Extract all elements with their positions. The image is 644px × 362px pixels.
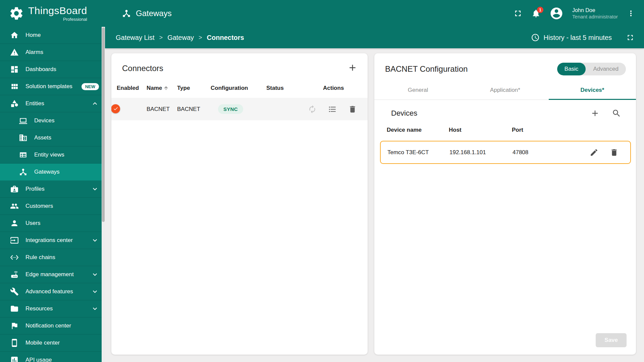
user-avatar[interactable] (549, 6, 564, 20)
history-timewindow-button[interactable]: History - last 5 minutes (531, 33, 612, 42)
user-role: Tenant administrator (572, 14, 618, 20)
sidebar-item-api-usage[interactable]: API usage (0, 352, 105, 362)
sidebar-item-profiles[interactable]: Profiles (0, 181, 105, 198)
delete-device-button[interactable] (610, 148, 619, 157)
sidebar-scrollbar-track[interactable] (102, 27, 105, 362)
tab-devices[interactable]: Devices* (549, 81, 636, 100)
sidebar-item-label: Profiles (25, 186, 45, 192)
device-host-value: 192.168.1.101 (449, 149, 513, 156)
chevron-down-icon (91, 185, 99, 193)
resources-icon (10, 304, 19, 313)
add-device-button[interactable] (590, 109, 600, 118)
sidebar-item-entity-views[interactable]: Entity views (0, 146, 105, 164)
notifications-button[interactable]: 1 (531, 9, 541, 18)
connector-name: BACNET (147, 106, 177, 113)
assets-icon (19, 133, 28, 142)
breadcrumb-gateway-list[interactable]: Gateway List (116, 34, 155, 42)
sidebar-item-resources[interactable]: Resources (0, 300, 105, 317)
sidebar-item-customers[interactable]: Customers (0, 198, 105, 215)
plus-icon (590, 109, 600, 118)
sidebar-item-edge-management[interactable]: Edge management (0, 266, 105, 283)
devices-icon (19, 116, 28, 125)
chevron-down-icon (91, 236, 99, 244)
sidebar-item-devices[interactable]: Devices (0, 112, 105, 129)
connector-logs-button[interactable] (328, 105, 337, 114)
notification-count-badge: 1 (537, 7, 543, 13)
sidebar-item-label: Advanced features (25, 288, 73, 295)
column-port: Port (512, 127, 636, 133)
sidebar-item-dashboards[interactable]: Dashboards (0, 61, 105, 78)
sidebar-item-label: Devices (34, 117, 54, 124)
connector-rpc-button[interactable] (308, 105, 317, 114)
chevron-down-icon (91, 270, 99, 279)
sidebar-item-alarms[interactable]: Alarms (0, 44, 105, 61)
sort-arrow-up-icon (163, 85, 169, 91)
tab-application[interactable]: Application* (462, 81, 549, 100)
page-title-label: Gateways (136, 9, 172, 18)
sidebar-item-integrations-center[interactable]: Integrations center (0, 232, 105, 249)
brand-name: ThingsBoard (28, 5, 87, 16)
trash-icon (348, 105, 357, 114)
column-name-sort[interactable]: Name (147, 85, 177, 92)
connector-delete-button[interactable] (348, 105, 357, 114)
column-type: Type (177, 85, 211, 92)
connectors-table-header: Enabled Name Type Configuration Status A… (111, 78, 368, 98)
sidebar-item-label: Resources (25, 305, 53, 312)
sidebar-item-label: Gateways (34, 169, 60, 175)
search-device-button[interactable] (612, 109, 621, 118)
column-status: Status (266, 85, 323, 92)
sidebar-item-advanced-features[interactable]: Advanced features (0, 283, 105, 300)
api-usage-icon (10, 356, 19, 362)
sidebar-item-assets[interactable]: Assets (0, 129, 105, 146)
sidebar-scrollbar-thumb[interactable] (102, 27, 105, 222)
expand-fullscreen-button[interactable] (626, 33, 635, 42)
breadcrumb-gateway[interactable]: Gateway (167, 34, 194, 42)
profiles-icon (10, 185, 19, 193)
sidebar-item-rule-chains[interactable]: Rule chains (0, 249, 105, 266)
sidebar-item-home[interactable]: Home (0, 27, 105, 44)
bacnet-config-title: BACNET Configuration (385, 64, 468, 74)
sidebar-item-solution-templates[interactable]: Solution templates NEW (0, 78, 105, 95)
history-label: History - last 5 minutes (544, 34, 612, 42)
breadcrumb-separator: > (159, 34, 163, 41)
fullscreen-button[interactable] (513, 9, 523, 18)
sidebar-item-users[interactable]: Users (0, 215, 105, 232)
device-row-temco[interactable]: Temco T3E-6CT 192.168.1.101 47808 (380, 141, 631, 164)
chevron-down-icon (91, 305, 99, 313)
advanced-mode-button[interactable]: Advanced (586, 63, 626, 75)
sidebar-item-gateways[interactable]: Gateways (0, 164, 105, 181)
tab-general[interactable]: General (374, 81, 462, 100)
new-badge: NEW (82, 83, 99, 90)
entity-views-icon (19, 150, 28, 159)
add-connector-button[interactable] (347, 63, 358, 74)
bacnet-configuration-card: BACNET Configuration Basic Advanced Gene… (374, 53, 636, 355)
chevron-down-icon (91, 288, 99, 296)
connectors-card: Connectors Enabled Name Type Configurati… (111, 53, 368, 355)
column-device-name: Device name (387, 127, 449, 133)
templates-icon (10, 82, 19, 91)
more-options-button[interactable] (627, 9, 635, 18)
sidebar-item-entities[interactable]: Entities (0, 95, 105, 112)
save-button[interactable]: Save (596, 333, 627, 347)
thingsboard-logo: ThingsBoard Professional (0, 5, 105, 22)
sidebar-item-notification-center[interactable]: Notification center (0, 317, 105, 335)
fullscreen-icon (513, 9, 523, 18)
basic-mode-button[interactable]: Basic (557, 63, 586, 75)
home-icon (10, 31, 19, 40)
sidebar-item-label: Home (25, 32, 41, 39)
device-port-value: 47808 (513, 149, 590, 156)
sidebar-item-mobile-center[interactable]: Mobile center (0, 335, 105, 352)
breadcrumb-bar: Gateway List > Gateway > Connectors Hist… (105, 27, 644, 48)
sidebar-item-label: Solution templates (25, 83, 72, 90)
brand-subtitle: Professional (28, 17, 87, 22)
sidebar-item-label: Integrations center (25, 237, 73, 244)
connector-row-bacnet[interactable]: BACNET BACNET SYNC (111, 98, 368, 120)
sidebar-item-label: API usage (25, 357, 52, 362)
sidebar-item-label: Customers (25, 203, 53, 209)
dashboards-icon (10, 65, 19, 74)
customers-icon (10, 202, 19, 210)
sidebar-item-label: Entity views (34, 152, 64, 158)
page-title: Gateways (122, 9, 172, 18)
notification-center-icon (10, 321, 19, 330)
edit-device-button[interactable] (590, 148, 598, 157)
